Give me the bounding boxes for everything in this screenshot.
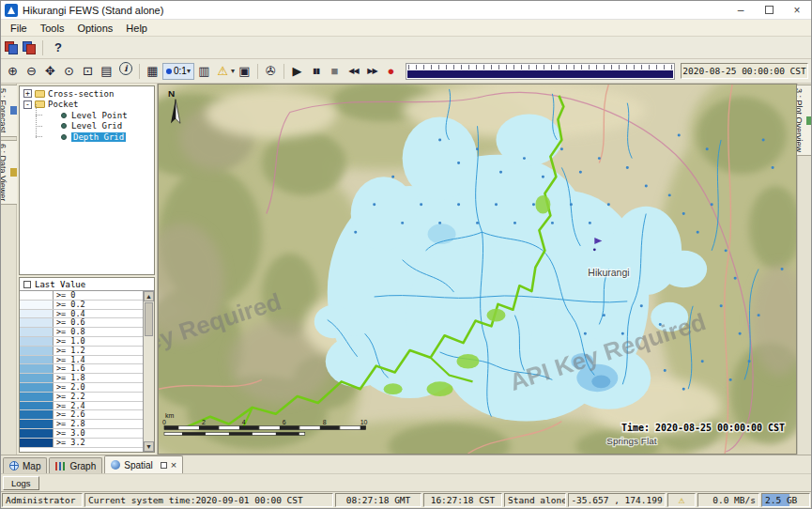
map-canvas[interactable]: API Key Required API Key Required Hikura…: [158, 84, 797, 455]
toolbar-separator: [42, 40, 43, 55]
legend-label: >= 2.8: [54, 420, 85, 428]
timeline-range-bar: [407, 70, 673, 78]
sphere-icon: [111, 460, 120, 470]
maximize-icon: [765, 6, 774, 14]
map-tool-zoom-box[interactable]: ⊡: [79, 62, 97, 80]
svg-text:4: 4: [242, 419, 246, 425]
legend-panel: Last Value >= 0 >= 0.2: [19, 277, 155, 453]
window-title: Hikurangi FEWS (Stand alone): [23, 5, 163, 16]
animation-display-icon[interactable]: ▣: [236, 62, 253, 80]
tree-node-pocket[interactable]: - Pocket: [20, 100, 154, 111]
minimize-button[interactable]: –: [727, 1, 755, 19]
legend-swatch: [20, 337, 54, 346]
grid-display-icon[interactable]: ▦: [144, 62, 161, 80]
close-button[interactable]: ×: [783, 1, 811, 19]
legend-swatch: [20, 383, 54, 392]
tree-node-icon: [61, 134, 67, 140]
map-tool-zoom-out[interactable]: ⊖: [23, 62, 40, 80]
report-icon[interactable]: ▥: [195, 62, 213, 80]
tree-node-icon: [61, 113, 67, 118]
plot-overview-tab-icon: [806, 116, 812, 125]
svg-text:2: 2: [202, 419, 206, 425]
chevron-down-icon: ▾: [187, 67, 191, 75]
warning-dropdown-icon[interactable]: ⚠: [214, 62, 232, 80]
map-tool-zoom-previous[interactable]: ⊙: [60, 62, 78, 80]
playback-step-forward[interactable]: ▶▶: [363, 62, 381, 80]
map-tool-layers[interactable]: ▤: [98, 62, 115, 80]
database-sync-icon[interactable]: [22, 40, 36, 54]
legend-swatch: [20, 318, 54, 327]
layer-tree: + Cross-section - Pocket Level Point: [19, 85, 155, 275]
scroll-down-icon[interactable]: ▼: [144, 441, 154, 452]
legend-label: >= 1.2: [54, 347, 85, 355]
map-tool-info[interactable]: i: [119, 62, 132, 75]
tab-graph[interactable]: Graph: [49, 457, 102, 473]
status-segment-coordinates: -35.657 , 174.199: [568, 493, 666, 507]
title-bar: Hikurangi FEWS (Stand alone) – ×: [1, 1, 811, 20]
playback-record[interactable]: ●: [382, 62, 400, 80]
map-toolbar: ⊕⊖✥⊙⊡▤i ▦ 0:1 ▾ ▥ ⚠ ▾ ▣ ✇ ▶▮▮■◀◀▶▶● 2020…: [1, 59, 811, 84]
tree-expander[interactable]: +: [23, 89, 32, 98]
menu-item[interactable]: File: [4, 22, 34, 35]
legend-label: >= 3.2: [54, 439, 85, 447]
undock-icon[interactable]: [161, 462, 167, 469]
map-tool-zoom-in[interactable]: ⊕: [4, 62, 22, 80]
svg-text:8: 8: [323, 419, 327, 425]
interval-dropdown[interactable]: 0:1 ▾: [162, 63, 194, 80]
tree-node-label: Depth Grid: [71, 132, 126, 142]
tree-node-label: Level Point: [71, 111, 128, 120]
help-button[interactable]: ?: [50, 40, 67, 54]
playback-stop[interactable]: ■: [326, 62, 344, 80]
legend-scrollbar[interactable]: ▲ ▼: [143, 291, 154, 452]
legend-header: Last Value: [20, 278, 154, 291]
tab-spatial[interactable]: Spatial ×: [104, 455, 183, 473]
tree-node-icon: [61, 123, 67, 129]
legend-label: >= 1.0: [54, 337, 85, 346]
maximize-button[interactable]: [755, 1, 783, 19]
playback-step-backward[interactable]: ◀◀: [345, 62, 362, 80]
tab-label: 5 : Forecast: [0, 88, 8, 133]
tab-label: Graph: [69, 461, 96, 471]
profile-tool-icon[interactable]: ✇: [262, 62, 280, 80]
legend-label: >= 2.4: [54, 402, 85, 410]
legend-swatch: [20, 364, 54, 373]
menu-item[interactable]: Help: [119, 22, 154, 35]
legend-label: >= 2.2: [54, 393, 85, 401]
menu-item[interactable]: Options: [70, 22, 119, 35]
tree-node-level-grid[interactable]: Level Grid: [20, 121, 154, 132]
legend-swatch: [20, 402, 54, 410]
tree-node-level-point[interactable]: Level Point: [20, 110, 154, 121]
scroll-up-icon[interactable]: ▲: [144, 291, 154, 301]
legend-swatch: [20, 410, 54, 419]
last-value-checkbox[interactable]: [23, 281, 31, 288]
scrollbar-thumb[interactable]: [145, 302, 153, 336]
status-segment-system-alert: ⚠: [667, 493, 696, 507]
close-tab-icon[interactable]: ×: [171, 461, 176, 469]
tab-map[interactable]: Map: [3, 457, 47, 473]
svg-text:6: 6: [283, 419, 286, 425]
timeline-slider[interactable]: [406, 63, 675, 80]
tree-node-label: Cross-section: [48, 89, 114, 99]
svg-text:N: N: [168, 88, 175, 99]
status-bar: AdministratorCurrent system time:2020-09…: [1, 491, 811, 508]
logs-bar: Logs: [1, 473, 811, 491]
tree-node-depth-grid[interactable]: Depth Grid: [20, 131, 154, 143]
timeline-ticks: [408, 65, 672, 69]
playback-play[interactable]: ▶: [288, 62, 306, 80]
status-segment-memory: 2.5 GB: [761, 493, 810, 507]
window-controls: – ×: [727, 1, 811, 19]
database-open-icon[interactable]: [4, 40, 18, 54]
legend-swatch: [20, 356, 54, 364]
map-time-label: Time: 2020-08-25 00:00:00 CST: [621, 423, 785, 433]
playback-pause[interactable]: ▮▮: [307, 62, 325, 80]
legend-label: >= 0.6: [54, 318, 85, 327]
legend-label: >= 0.8: [54, 328, 85, 336]
legend-swatch: [20, 347, 54, 355]
tree-expander[interactable]: -: [23, 100, 32, 109]
status-segment-system-time: Current system time:2020-09-01 00:00 CST: [84, 493, 333, 507]
logs-button[interactable]: Logs: [3, 476, 39, 490]
tree-node-cross-section[interactable]: + Cross-section: [20, 88, 154, 100]
menu-item[interactable]: Tools: [34, 22, 71, 35]
svg-text:km: km: [165, 412, 175, 419]
map-tool-pan[interactable]: ✥: [41, 62, 59, 80]
